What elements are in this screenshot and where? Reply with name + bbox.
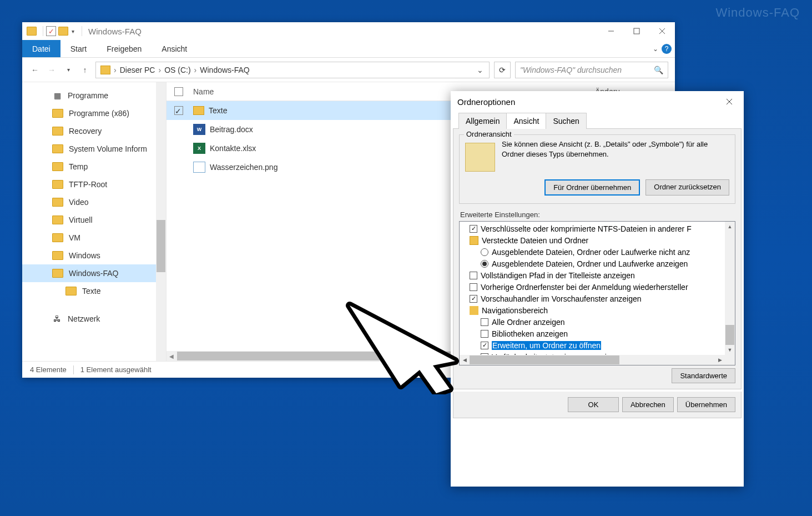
- qat-newfolder-icon[interactable]: [58, 27, 68, 36]
- tree-item[interactable]: Windows-FAQ: [22, 264, 166, 282]
- breadcrumb-item[interactable]: Windows-FAQ: [198, 66, 251, 74]
- nav-recent-dropdown[interactable]: ▾: [62, 64, 74, 76]
- tree-item-label: Temp: [69, 162, 88, 171]
- setting-item[interactable]: Verfügbarkeitsstatus immer anzeigen: [460, 351, 725, 355]
- tab-view[interactable]: Ansicht: [506, 113, 546, 129]
- vertical-scrollbar[interactable]: ▲ ▼: [725, 222, 735, 355]
- ribbon-tab-start[interactable]: Start: [60, 40, 97, 57]
- tree-item[interactable]: System Volume Inform: [22, 140, 166, 158]
- watermark: Windows-FAQ: [715, 6, 800, 20]
- horizontal-scrollbar[interactable]: ◀ ▶: [460, 355, 725, 365]
- dialog-close-button[interactable]: [722, 94, 737, 109]
- scrollbar-thumb[interactable]: [157, 220, 165, 272]
- qat-properties-icon[interactable]: ✓: [46, 26, 56, 36]
- group-legend: Ordneransicht: [464, 130, 514, 138]
- breadcrumb-item[interactable]: OS (C:)›: [162, 66, 198, 74]
- cancel-button[interactable]: Abbrechen: [622, 397, 674, 412]
- setting-item[interactable]: Erweitern, um Ordner zu öffnen: [460, 339, 725, 351]
- breadcrumb-item[interactable]: Dieser PC›: [118, 66, 162, 74]
- reset-folders-button[interactable]: Ordner zurücksetzen: [645, 179, 729, 196]
- qat-dropdown-icon[interactable]: ▾: [72, 28, 74, 34]
- excel-icon: X: [193, 143, 205, 154]
- ribbon-tab-view[interactable]: Ansicht: [152, 40, 197, 57]
- tree-item[interactable]: 🖧Netzwerk: [22, 310, 166, 328]
- folder-icon: [52, 251, 63, 260]
- folder-icon: [100, 66, 110, 74]
- tree-item[interactable]: Programme (x86): [22, 104, 166, 122]
- window-title: Windows-FAQ: [88, 27, 142, 36]
- tree-item[interactable]: Temp: [22, 158, 166, 176]
- ok-button[interactable]: OK: [568, 397, 619, 412]
- checkbox[interactable]: [481, 330, 488, 338]
- dialog-content: Ordneransicht Sie können diese Ansicht (…: [453, 129, 742, 389]
- tree-item[interactable]: Windows: [22, 247, 166, 264]
- setting-item[interactable]: Ausgeblendete Dateien, Ordner oder Laufw…: [460, 246, 725, 258]
- setting-label: Ausgeblendete Dateien, Ordner oder Laufw…: [492, 248, 690, 257]
- tree-item-label: TFTP-Root: [69, 180, 107, 189]
- folder-icon: [52, 162, 63, 171]
- ribbon-expand-icon[interactable]: ⌄: [653, 45, 658, 53]
- scrollbar-thumb[interactable]: [470, 355, 619, 364]
- vertical-scrollbar[interactable]: [156, 82, 166, 361]
- tree-item[interactable]: TFTP-Root: [22, 176, 166, 193]
- scroll-left-icon[interactable]: ◀: [460, 355, 470, 365]
- tree-item[interactable]: Recovery: [22, 122, 166, 140]
- restore-defaults-button[interactable]: Standardwerte: [672, 368, 735, 383]
- setting-item[interactable]: Ausgeblendete Dateien, Ordner und Laufwe…: [460, 258, 725, 269]
- scroll-up-icon[interactable]: ▲: [725, 222, 735, 232]
- scrollbar-thumb[interactable]: [725, 325, 734, 345]
- tree-item[interactable]: Texte: [22, 282, 166, 300]
- row-checkbox[interactable]: ✓: [174, 106, 183, 115]
- chevron-right-icon: ›: [113, 66, 118, 74]
- tree-item[interactable]: ▦Programme: [22, 87, 166, 104]
- radio[interactable]: [481, 260, 488, 268]
- address-bar[interactable]: › Dieser PC› OS (C:)› Windows-FAQ ⌄: [95, 62, 490, 78]
- nav-forward-button[interactable]: →: [46, 64, 58, 76]
- tree-item[interactable]: VM: [22, 229, 166, 247]
- setting-item[interactable]: Bibliotheken anzeigen: [460, 328, 725, 339]
- apply-to-folders-button[interactable]: Für Ordner übernehmen: [544, 179, 640, 196]
- setting-item[interactable]: Vorherige Ordnerfenster bei der Anmeldun…: [460, 281, 725, 293]
- checkbox[interactable]: [470, 295, 477, 303]
- tab-search[interactable]: Suchen: [546, 113, 586, 129]
- search-input[interactable]: "Windows-FAQ" durchsuchen 🔍: [515, 62, 668, 78]
- checkbox[interactable]: [470, 272, 477, 279]
- scroll-right-icon[interactable]: ▶: [715, 355, 725, 365]
- nav-up-button[interactable]: ↑: [79, 64, 91, 76]
- tree-item-label: Netzwerk: [68, 314, 100, 323]
- ribbon-tab-share[interactable]: Freigeben: [97, 40, 152, 57]
- search-placeholder: "Windows-FAQ" durchsuchen: [520, 66, 622, 74]
- checkbox[interactable]: [481, 318, 488, 326]
- scroll-down-icon[interactable]: ▼: [725, 345, 735, 355]
- checkbox[interactable]: [481, 342, 488, 349]
- tree-item[interactable]: Virtuell: [22, 211, 166, 229]
- help-icon[interactable]: ?: [662, 44, 672, 54]
- select-all-checkbox[interactable]: [174, 87, 183, 96]
- folder-icon: [52, 233, 63, 242]
- search-icon[interactable]: 🔍: [654, 66, 663, 74]
- scroll-left-icon[interactable]: ◀: [167, 353, 176, 359]
- maximize-button[interactable]: [624, 22, 649, 40]
- setting-item[interactable]: Vorschauhandler im Vorschaufenster anzei…: [460, 293, 725, 304]
- refresh-button[interactable]: ⟳: [494, 62, 511, 78]
- tree-item-label: Programme (x86): [69, 109, 129, 118]
- setting-item[interactable]: Alle Ordner anzeigen: [460, 316, 725, 328]
- setting-item[interactable]: Vollständigen Pfad in der Titelleiste an…: [460, 269, 725, 281]
- minimize-button[interactable]: [598, 22, 624, 40]
- checkbox[interactable]: [470, 283, 477, 291]
- radio[interactable]: [481, 248, 488, 256]
- setting-label: Vollständigen Pfad in der Titelleiste an…: [481, 271, 635, 280]
- chevron-right-icon: ›: [193, 66, 198, 74]
- close-button[interactable]: [649, 22, 675, 40]
- tree-item-label: Texte: [82, 287, 100, 295]
- ribbon-file-tab[interactable]: Datei: [22, 40, 60, 57]
- tab-general[interactable]: Allgemein: [458, 113, 507, 129]
- apply-button[interactable]: Übernehmen: [677, 397, 735, 412]
- ribbon: Datei Start Freigeben Ansicht ⌄ ?: [22, 40, 675, 58]
- tree-item[interactable]: Video: [22, 193, 166, 211]
- setting-item[interactable]: Verschlüsselte oder komprimierte NTFS-Da…: [460, 223, 725, 234]
- address-dropdown-icon[interactable]: ⌄: [473, 66, 487, 74]
- setting-label: Navigationsbereich: [482, 306, 548, 315]
- checkbox[interactable]: [470, 225, 477, 233]
- nav-back-button[interactable]: ←: [29, 64, 41, 76]
